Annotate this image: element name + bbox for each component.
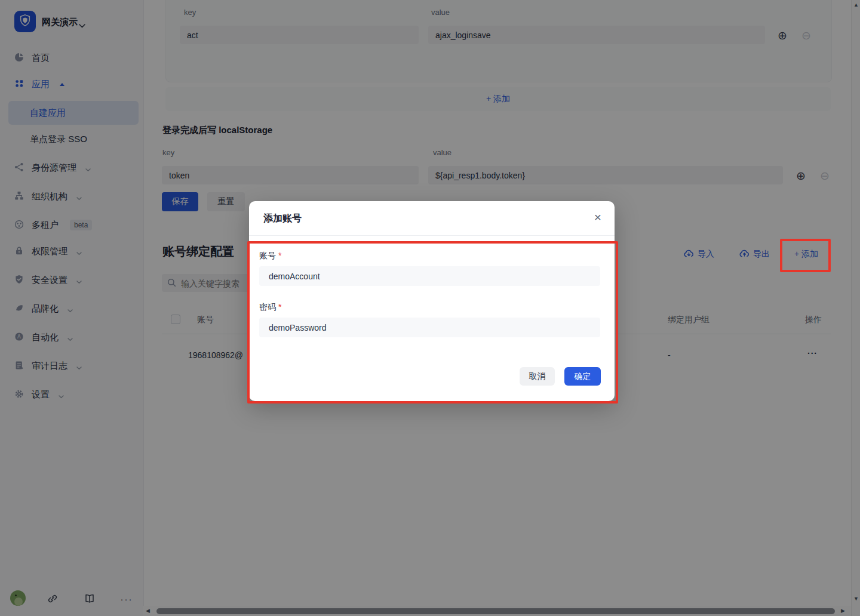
password-input[interactable]	[259, 318, 600, 337]
confirm-button[interactable]: 确定	[564, 367, 601, 386]
account-field-label: 账号*	[259, 251, 281, 261]
account-label-text: 账号	[259, 251, 276, 260]
cancel-button[interactable]: 取消	[520, 367, 555, 386]
modal-title: 添加账号	[263, 212, 302, 225]
required-asterisk: *	[278, 251, 281, 260]
add-account-modal: 添加账号 × 账号* 密码* 取消 确定	[249, 201, 615, 401]
modal-header: 添加账号 ×	[249, 201, 615, 236]
password-label-text: 密码	[259, 302, 276, 312]
close-icon[interactable]: ×	[594, 210, 601, 224]
required-asterisk: *	[278, 302, 281, 312]
password-field-label: 密码*	[259, 302, 281, 313]
account-input[interactable]	[259, 266, 600, 286]
